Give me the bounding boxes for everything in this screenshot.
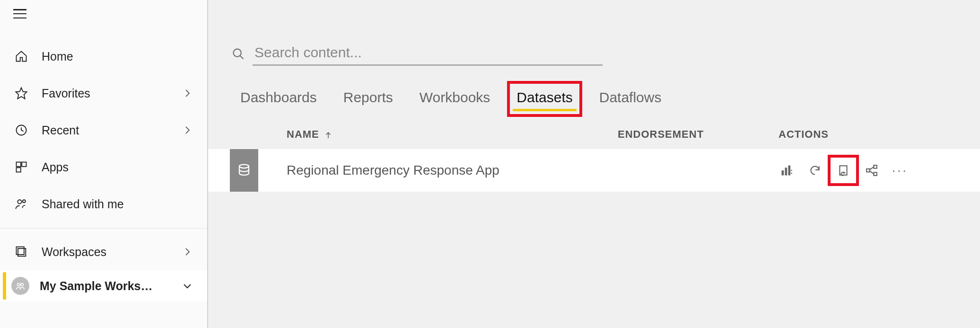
svg-rect-21 — [866, 169, 870, 172]
svg-point-9 — [18, 284, 20, 286]
svg-marker-0 — [16, 88, 26, 98]
star-icon — [14, 86, 28, 100]
table-header: NAME ENDORSEMENT ACTIONS — [208, 110, 980, 149]
tab-label: Datasets — [516, 89, 572, 105]
svg-rect-4 — [17, 168, 21, 172]
shared-icon — [14, 197, 28, 211]
sidebar-item-label: Recent — [42, 124, 182, 137]
svg-rect-17 — [788, 166, 791, 176]
sidebar-item-home[interactable]: Home — [0, 38, 207, 75]
create-report-button[interactable] — [779, 162, 795, 178]
svg-point-5 — [18, 200, 21, 204]
tab-workbooks[interactable]: Workbooks — [417, 88, 493, 110]
svg-line-24 — [870, 167, 874, 170]
tab-reports[interactable]: Reports — [341, 88, 396, 110]
svg-rect-8 — [17, 247, 24, 255]
clock-icon — [14, 123, 28, 137]
svg-rect-7 — [18, 248, 26, 256]
svg-rect-15 — [782, 170, 784, 176]
svg-rect-16 — [785, 168, 788, 175]
column-actions: ACTIONS — [779, 128, 873, 141]
dataset-name: Regional Emergency Response App — [287, 163, 618, 178]
home-icon — [14, 49, 28, 63]
sidebar-item-apps[interactable]: Apps — [0, 149, 207, 186]
search-icon — [232, 47, 245, 61]
content-tabs: Dashboards Reports Workbooks Datasets Da… — [208, 66, 980, 110]
search-input[interactable] — [253, 42, 603, 66]
refresh-button[interactable] — [807, 162, 823, 178]
chevron-right-icon — [182, 88, 193, 99]
svg-point-11 — [234, 49, 241, 56]
tab-label: Dataflows — [599, 89, 662, 105]
apps-icon — [14, 160, 28, 174]
column-label: ENDORSEMENT — [618, 128, 704, 140]
sidebar-item-label: Apps — [42, 160, 193, 174]
tab-label: Reports — [343, 89, 393, 105]
active-workspace[interactable]: My Sample Works… — [0, 270, 207, 301]
share-button[interactable] — [864, 162, 880, 178]
active-workspace-name: My Sample Works… — [40, 279, 176, 293]
dataset-icon — [230, 149, 258, 192]
chevron-right-icon — [182, 124, 193, 136]
workspaces-icon — [14, 245, 28, 259]
tab-label: Workbooks — [420, 89, 490, 105]
sidebar-item-label: Home — [42, 50, 193, 63]
svg-rect-2 — [17, 162, 21, 167]
column-endorsement[interactable]: ENDORSEMENT — [618, 128, 779, 141]
column-label: ACTIONS — [779, 128, 829, 140]
tab-dashboards[interactable]: Dashboards — [237, 88, 320, 110]
svg-rect-19 — [791, 170, 792, 171]
svg-line-12 — [240, 56, 243, 59]
sidebar-item-label: Favorites — [42, 87, 182, 100]
svg-rect-18 — [791, 173, 792, 174]
svg-point-14 — [239, 165, 249, 168]
sidebar-item-recent[interactable]: Recent — [0, 112, 207, 149]
svg-line-25 — [870, 171, 874, 174]
column-label: NAME — [287, 128, 319, 141]
sidebar-separator — [0, 228, 207, 229]
svg-rect-22 — [874, 165, 877, 168]
svg-point-6 — [23, 200, 26, 203]
tab-dataflows[interactable]: Dataflows — [596, 88, 665, 110]
sidebar-item-shared[interactable]: Shared with me — [0, 186, 207, 222]
svg-point-10 — [21, 284, 23, 286]
sidebar-item-label: Shared with me — [42, 197, 193, 211]
chevron-down-icon — [182, 280, 193, 292]
sidebar: Home Favorites Recent — [0, 0, 208, 328]
tab-datasets[interactable]: Datasets — [514, 88, 575, 110]
hamburger-menu-icon[interactable] — [13, 9, 26, 18]
workspace-avatar-icon — [11, 277, 29, 295]
svg-rect-3 — [22, 162, 26, 167]
sidebar-item-workspaces[interactable]: Workspaces — [0, 233, 207, 270]
sidebar-item-label: Workspaces — [42, 245, 182, 259]
table-row[interactable]: Regional Emergency Response App — [208, 149, 980, 192]
column-name[interactable]: NAME — [287, 128, 618, 141]
sidebar-item-favorites[interactable]: Favorites — [0, 75, 207, 112]
schedule-refresh-button[interactable] — [835, 162, 851, 178]
more-options-button[interactable]: ··· — [892, 163, 908, 178]
chevron-right-icon — [182, 246, 193, 257]
row-actions: ··· — [779, 162, 908, 178]
main-content: Dashboards Reports Workbooks Datasets Da… — [208, 0, 980, 328]
sort-ascending-icon — [324, 130, 332, 139]
tab-label: Dashboards — [240, 89, 317, 105]
svg-rect-23 — [874, 172, 877, 176]
